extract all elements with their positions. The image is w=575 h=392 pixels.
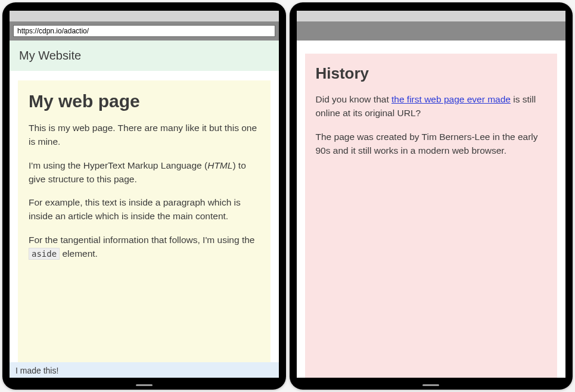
page-viewport-right[interactable]: History Did you know that the first web … (297, 41, 566, 378)
device-frame-left: My Website My web page This is my web pa… (2, 2, 286, 390)
aside-box: History Did you know that the first web … (305, 54, 558, 378)
browser-top-bar (10, 11, 279, 21)
aside-code: aside (29, 248, 60, 260)
home-indicator-icon (422, 384, 439, 386)
text-span: element. (60, 248, 98, 259)
browser-url-bar (10, 21, 279, 41)
footer-text: I made this! (15, 366, 58, 375)
url-input[interactable] (13, 25, 275, 37)
text-span: For the tangential information that foll… (29, 235, 254, 245)
text-span: Did you know that (316, 94, 392, 104)
site-title: My Website (19, 49, 81, 62)
article-paragraph-2: I'm using the HyperText Markup Language … (29, 158, 260, 186)
article-paragraph-4: For the tangential information that foll… (29, 233, 260, 261)
article-paragraph-3: For example, this text is inside a parag… (29, 195, 260, 223)
dual-device-stage: My Website My web page This is my web pa… (0, 0, 575, 392)
device-screen-left: My Website My web page This is my web pa… (10, 11, 279, 378)
article-paragraph-1: This is my web page. There are many like… (29, 121, 260, 149)
main-content-left: My web page This is my web page. There a… (10, 71, 279, 362)
site-footer: I made this! (10, 362, 279, 378)
device-frame-right: History Did you know that the first web … (290, 2, 573, 390)
browser-url-bar-empty (297, 21, 566, 41)
aside-heading: History (316, 64, 547, 83)
aside-paragraph-1: Did you know that the first web page eve… (316, 92, 547, 120)
article-box: My web page This is my web page. There a… (18, 80, 271, 362)
html-emphasis: HTML (207, 160, 232, 170)
device-screen-right: History Did you know that the first web … (297, 11, 566, 378)
text-span: I'm using the HyperText Markup Language … (29, 160, 207, 170)
page-viewport-left[interactable]: My Website My web page This is my web pa… (10, 41, 279, 378)
aside-paragraph-2: The page was created by Tim Berners-Lee … (316, 130, 547, 158)
site-header: My Website (10, 41, 279, 71)
first-web-page-link[interactable]: the first web page ever made (391, 94, 511, 104)
home-indicator-icon (136, 384, 153, 386)
page-heading: My web page (29, 91, 260, 111)
main-content-right: History Did you know that the first web … (297, 41, 566, 378)
browser-top-bar (297, 11, 566, 21)
